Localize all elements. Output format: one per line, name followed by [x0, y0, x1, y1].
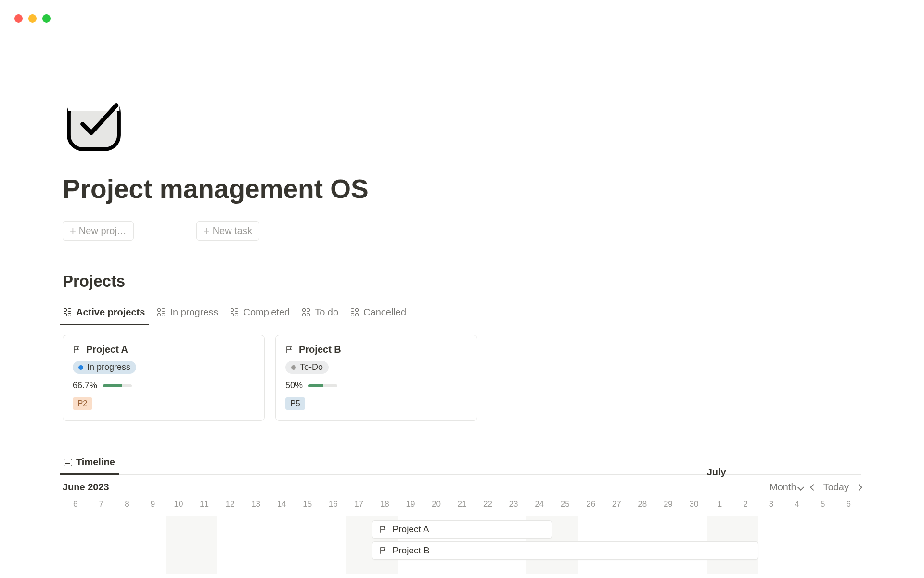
timeline-day-label: 19	[398, 496, 424, 516]
projects-heading: Projects	[63, 272, 861, 290]
timeline-day-label: 25	[552, 496, 578, 516]
timeline-day-label: 14	[269, 496, 295, 516]
new-task-button[interactable]: + New task	[196, 221, 259, 241]
timeline-bar[interactable]: Project A	[372, 520, 552, 539]
plus-icon: +	[204, 226, 210, 236]
timeline-day-label: 15	[295, 496, 321, 516]
chevron-down-icon	[797, 484, 804, 490]
page-icon-checkmark	[63, 92, 861, 154]
timeline-day-label: 28	[629, 496, 655, 516]
timeline-day-label: 9	[140, 496, 166, 516]
close-window-dot[interactable]	[14, 14, 23, 23]
flag-icon	[285, 345, 294, 354]
grid-icon	[302, 308, 311, 317]
progress-bar	[308, 384, 337, 387]
progress-row: 66.7%	[73, 381, 255, 391]
priority-badge: P5	[285, 397, 305, 410]
timeline-bar[interactable]: Project B	[372, 541, 758, 560]
timeline-day-label: 18	[372, 496, 398, 516]
status-dot-icon	[291, 365, 296, 370]
timeline-next-button[interactable]	[857, 485, 861, 490]
flag-icon	[379, 546, 388, 555]
projects-tabs: Active projects In progress Completed To…	[63, 300, 861, 325]
progress-text: 66.7%	[73, 381, 97, 391]
project-card[interactable]: Project A In progress 66.7% P2	[63, 335, 265, 421]
timeline-scale-dropdown[interactable]: Month	[770, 482, 803, 493]
timeline-month-secondary: July	[707, 467, 726, 478]
timeline-day-label: 11	[192, 496, 218, 516]
chevron-left-icon	[810, 484, 817, 490]
new-project-button[interactable]: + New proj…	[63, 221, 134, 241]
timeline-day-label: 21	[449, 496, 475, 516]
progress-row: 50%	[285, 381, 467, 391]
timeline-day-label: 26	[578, 496, 604, 516]
tab-active-projects[interactable]: Active projects	[63, 300, 146, 325]
plus-icon: +	[70, 226, 76, 236]
timeline-day-label: 2	[732, 496, 758, 516]
status-badge: In progress	[73, 361, 136, 374]
timeline-day-label: 6	[63, 496, 89, 516]
timeline-icon	[64, 459, 72, 466]
timeline-day-label: 1	[707, 496, 733, 516]
tab-label: To do	[315, 307, 338, 318]
grid-icon	[231, 308, 239, 317]
timeline-day-label: 12	[217, 496, 243, 516]
progress-text: 50%	[285, 381, 303, 391]
timeline-today-button[interactable]: Today	[823, 482, 849, 493]
flag-icon	[73, 345, 81, 354]
timeline-day-label: 6	[835, 496, 861, 516]
timeline-day-label: 27	[603, 496, 629, 516]
timeline-day-label: 13	[243, 496, 269, 516]
tab-label: Cancelled	[363, 307, 406, 318]
timeline-grid: 6789101112131415161718192021222324252627…	[63, 496, 861, 574]
timeline-day-label: 5	[810, 496, 836, 516]
tab-timeline[interactable]: Timeline	[63, 450, 116, 474]
status-label: To-Do	[300, 362, 323, 372]
progress-fill	[308, 384, 323, 387]
timeline-controls: Month Today	[770, 482, 861, 493]
timeline-day-label: 30	[681, 496, 707, 516]
tab-in-progress[interactable]: In progress	[156, 300, 219, 325]
timeline-day-label: 20	[424, 496, 449, 516]
timeline-prev-button[interactable]	[811, 485, 816, 490]
timeline-day-label: 17	[346, 496, 372, 516]
timeline-bar-label: Project B	[393, 545, 430, 556]
tab-cancelled[interactable]: Cancelled	[350, 300, 407, 325]
grid-icon	[64, 308, 72, 317]
timeline-day-label: 8	[114, 496, 140, 516]
quick-actions-row: + New proj… + New task	[63, 221, 861, 241]
timeline-bar-label: Project A	[393, 524, 429, 535]
status-badge: To-Do	[285, 361, 329, 374]
project-name: Project B	[299, 344, 341, 355]
tab-label: Active projects	[76, 307, 145, 318]
fullscreen-window-dot[interactable]	[42, 14, 51, 23]
flag-icon	[379, 525, 388, 534]
chevron-right-icon	[856, 484, 862, 490]
scale-label: Month	[770, 482, 796, 493]
new-project-label: New proj…	[79, 225, 127, 236]
tab-to-do[interactable]: To do	[301, 300, 339, 325]
minimize-window-dot[interactable]	[28, 14, 37, 23]
progress-fill	[103, 384, 122, 387]
status-dot-icon	[78, 365, 83, 370]
project-card[interactable]: Project B To-Do 50% P5	[275, 335, 477, 421]
timeline-day-label: 4	[784, 496, 810, 516]
timeline-tab-label: Timeline	[76, 457, 115, 468]
timeline-day-label: 10	[166, 496, 192, 516]
page-title: Project management OS	[63, 173, 861, 204]
tab-completed[interactable]: Completed	[230, 300, 291, 325]
weekend-shade	[166, 516, 217, 574]
timeline-day-label: 7	[89, 496, 115, 516]
timeline-days-row: 6789101112131415161718192021222324252627…	[63, 496, 861, 516]
progress-bar	[103, 384, 132, 387]
timeline-day-label: 16	[320, 496, 346, 516]
status-label: In progress	[87, 362, 130, 372]
timeline-day-label: 23	[500, 496, 526, 516]
timeline-day-label: 3	[758, 496, 784, 516]
tab-label: Completed	[243, 307, 290, 318]
new-task-label: New task	[213, 225, 252, 236]
project-cards-row: Project A In progress 66.7% P2 Project B	[63, 335, 861, 421]
project-name: Project A	[86, 344, 128, 355]
timeline-day-label: 29	[655, 496, 681, 516]
tab-label: In progress	[170, 307, 218, 318]
